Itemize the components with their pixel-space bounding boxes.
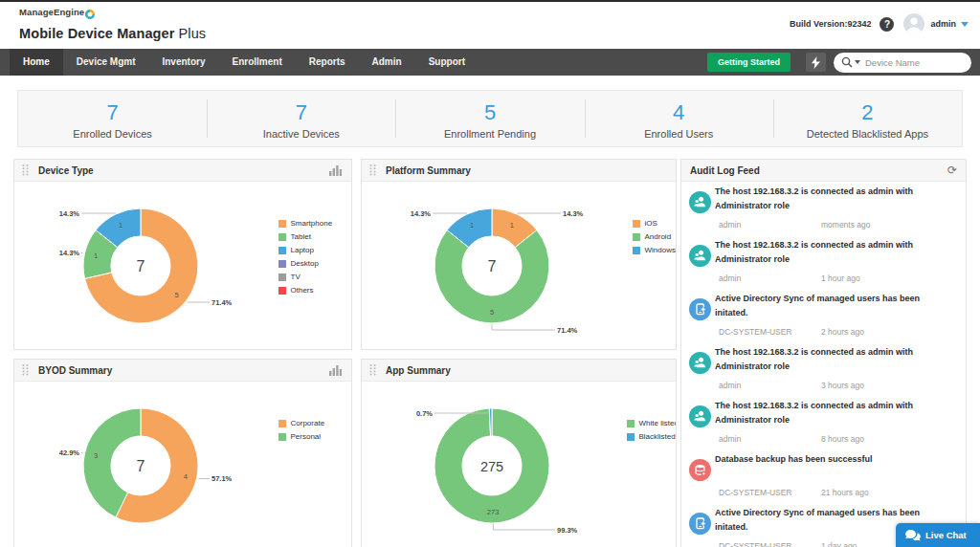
legend-item-white-listed[interactable]: White listed — [627, 417, 677, 430]
legend-label: Personal — [291, 430, 322, 444]
live-chat-button[interactable]: Live Chat — [896, 523, 980, 547]
drag-handle-icon[interactable] — [369, 363, 376, 377]
nav-tab-inventory[interactable]: Inventory — [148, 49, 218, 76]
legend-item-corporate[interactable]: Corporate — [278, 417, 324, 430]
svg-text:14.3%: 14.3% — [59, 209, 80, 218]
legend-label: Tablet — [291, 230, 311, 244]
nav-tab-support[interactable]: Support — [415, 49, 479, 76]
donut-chart-platform[interactable]: 15114.3%71.4%14.3%7iOSAndroidWindows — [362, 182, 676, 349]
audit-entry[interactable]: The host 192.168.3.2 is connected as adm… — [681, 182, 966, 235]
audit-meta: admin1 hour ago — [719, 274, 958, 283]
search-scope-caret-icon[interactable] — [855, 60, 860, 64]
stat-detected-blacklisted-apps[interactable]: 2Detected Blacklisted Apps — [773, 91, 962, 146]
drag-handle-icon[interactable] — [22, 363, 29, 377]
audit-entry[interactable]: Database backup has been successfulDC-SY… — [681, 449, 966, 503]
legend-label: Blacklisted — [639, 430, 676, 444]
legend-item-android[interactable]: Android — [633, 230, 676, 244]
donut-chart-app[interactable]: 27399.3%0.7%275White listedBlacklisted — [362, 382, 676, 547]
stat-inactive-devices[interactable]: 7Inactive Devices — [207, 91, 395, 146]
brand-name: ManageEngine — [19, 7, 84, 17]
chart-type-icon[interactable] — [329, 365, 342, 376]
legend-item-personal[interactable]: Personal — [278, 430, 324, 444]
topbar-actions: Build Version:92342 ? admin — [790, 2, 969, 46]
audit-entry[interactable]: The host 192.168.3.2 is connected as adm… — [681, 396, 966, 449]
audit-meta: DC-SYSTEM-USER21 hours ago — [719, 488, 958, 497]
chart-type-icon[interactable] — [329, 165, 342, 176]
audit-meta: admin8 hours ago — [719, 434, 958, 444]
audit-time: moments ago — [821, 220, 958, 230]
legend-swatch — [278, 220, 286, 228]
audit-sync-icon — [689, 298, 711, 324]
legend-item-ios[interactable]: iOS — [633, 217, 676, 230]
stat-enrollment-pending[interactable]: 5Enrollment Pending — [395, 91, 584, 146]
audit-admin-icon — [689, 405, 711, 431]
stat-enrolled-devices[interactable]: 7Enrolled Devices — [18, 91, 207, 146]
user-caret-icon[interactable] — [961, 22, 969, 27]
nav-actions: Getting Started — [707, 49, 980, 76]
legend-label: Windows — [645, 244, 676, 257]
donut-chart-byod[interactable]: 4357.1%42.9%7CorporatePersonal — [14, 382, 351, 547]
lightning-icon — [812, 56, 820, 69]
legend-swatch — [633, 233, 640, 241]
legend-label: Desktop — [291, 257, 319, 271]
stat-label: Enrollment Pending — [395, 128, 584, 140]
legend-item-blacklisted[interactable]: Blacklisted — [627, 430, 677, 444]
stat-enrolled-users[interactable]: 4Enrolled Users — [585, 91, 773, 146]
audit-message: The host 192.168.3.2 is connected as adm… — [715, 399, 933, 427]
card-title: BYOD Summary — [38, 365, 112, 376]
device-search[interactable] — [834, 53, 971, 73]
svg-text:71.4%: 71.4% — [212, 298, 233, 307]
avatar[interactable] — [903, 13, 924, 34]
legend-swatch — [278, 287, 286, 295]
legend-item-tablet[interactable]: Tablet — [278, 230, 332, 244]
legend-item-smartphone[interactable]: Smartphone — [278, 217, 332, 230]
audit-entry[interactable]: The host 192.168.3.2 is connected as adm… — [681, 235, 966, 289]
audit-meta: admin3 hours ago — [719, 381, 958, 390]
nav-tab-enrollment[interactable]: Enrollment — [219, 49, 296, 76]
quick-actions-button[interactable] — [806, 53, 826, 72]
chat-icon — [904, 529, 921, 542]
legend-swatch — [278, 433, 286, 441]
search-icon[interactable] — [841, 56, 853, 68]
chart-legend: SmartphoneTabletLaptopDesktopTVOthers — [278, 217, 332, 297]
audit-message: The host 192.168.3.2 is connected as adm… — [715, 345, 933, 374]
legend-item-tv[interactable]: TV — [278, 271, 332, 284]
refresh-icon[interactable]: ⟳ — [947, 164, 957, 177]
build-version: Build Version:92342 — [790, 19, 872, 29]
logo[interactable]: ManageEngine Mobile Device Manager Plus — [19, 7, 206, 41]
audit-entry[interactable]: Active Directory Sync of managed users h… — [681, 289, 966, 342]
getting-started-button[interactable]: Getting Started — [707, 53, 791, 72]
svg-text:14.3%: 14.3% — [563, 209, 584, 218]
audit-log-feed-panel: Audit Log Feed ⟳ The host 192.168.3.2 is… — [680, 159, 967, 547]
stat-label: Enrolled Devices — [18, 128, 207, 140]
nav-tab-home[interactable]: Home — [10, 49, 63, 76]
nav-tab-device-mgmt[interactable]: Device Mgmt — [63, 49, 149, 76]
audit-message: Database backup has been successful — [715, 452, 933, 467]
stat-value: 4 — [585, 101, 773, 123]
donut-chart-device[interactable]: 51171.4%14.3%14.3%7SmartphoneTabletLapto… — [14, 182, 351, 349]
stat-value: 7 — [207, 101, 395, 123]
audit-message: Active Directory Sync of managed users h… — [715, 292, 933, 320]
svg-text:1: 1 — [470, 221, 474, 230]
audit-time: 1 hour ago — [821, 274, 958, 283]
legend-item-windows[interactable]: Windows — [633, 244, 676, 257]
legend-item-laptop[interactable]: Laptop — [278, 244, 332, 257]
drag-handle-icon[interactable] — [369, 164, 376, 177]
legend-item-others[interactable]: Others — [278, 284, 332, 297]
legend-label: Corporate — [291, 417, 325, 430]
nav-tab-admin[interactable]: Admin — [359, 49, 415, 76]
help-icon[interactable]: ? — [880, 17, 894, 32]
legend-label: Android — [645, 230, 672, 244]
svg-text:5: 5 — [174, 291, 178, 299]
search-input[interactable] — [865, 57, 961, 68]
legend-item-desktop[interactable]: Desktop — [278, 257, 332, 271]
audit-message: The host 192.168.3.2 is connected as adm… — [715, 238, 933, 267]
legend-label: Smartphone — [291, 217, 333, 230]
audit-entry[interactable]: The host 192.168.3.2 is connected as adm… — [681, 342, 966, 396]
legend-swatch — [633, 220, 640, 228]
nav-tab-reports[interactable]: Reports — [296, 49, 359, 76]
chart-legend: iOSAndroidWindows — [633, 217, 676, 257]
donut-svg: 4357.1%42.9%7 — [14, 382, 349, 547]
drag-handle-icon[interactable] — [22, 164, 29, 177]
user-menu[interactable]: admin — [930, 19, 956, 29]
